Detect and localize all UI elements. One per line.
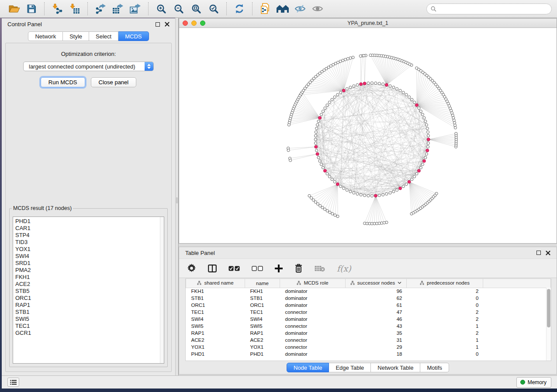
node-table-body: FKH1FKH1dominator962STB1STB1dominator620… [186,288,551,358]
export-network-button[interactable] [92,1,109,16]
split-divider[interactable] [175,18,179,375]
table-row[interactable]: SWI5SWI5connector431 [186,323,551,330]
gear-icon [187,264,196,273]
table-tab-motifs[interactable]: Motifs [420,363,449,372]
table-row[interactable]: FKH1FKH1dominator962 [186,288,551,295]
deselect-all-button[interactable] [252,262,263,275]
float-panel-icon[interactable] [156,22,160,27]
search-icon [431,6,436,12]
table-row[interactable]: TEC1TEC1connector472 [186,309,551,316]
column-header-predecessor-nodes[interactable]: predecessor nodes [407,279,483,288]
close-panel-icon[interactable] [546,251,550,255]
mcds-result-item[interactable]: RAP1 [15,302,164,309]
mcds-result-item[interactable]: SRD1 [15,260,164,267]
mcds-result-item[interactable]: ACE2 [15,281,164,288]
mcds-result-item[interactable]: SWI5 [15,316,164,323]
float-panel-icon[interactable] [536,251,541,255]
zoom-in-button[interactable] [152,1,170,16]
table-row[interactable]: ACE2ACE2connector311 [186,337,551,344]
table-cell: TEC1 [186,309,245,316]
table-tab-edge-table[interactable]: Edge Table [329,363,371,372]
run-mcds-button[interactable]: Run MCDS [41,77,85,87]
task-history-button[interactable] [7,378,19,387]
search-input[interactable] [439,6,547,12]
mcds-result-item[interactable]: PHD1 [15,218,164,225]
table-tab-node-table[interactable]: Node Table [287,363,329,372]
table-row[interactable]: STB1STB1dominator620 [186,295,551,302]
split-divider-grip[interactable] [176,197,178,203]
trash-icon [294,264,303,273]
network-graph[interactable] [179,28,557,243]
table-scrollbar[interactable] [546,288,551,361]
column-type-icon [297,281,301,285]
control-tab-network[interactable]: Network [28,31,63,41]
delete-table-button[interactable] [315,262,325,275]
binoculars-icon [276,4,289,13]
clone-network-button[interactable] [256,1,274,16]
table-row[interactable]: PHD1PHD1dominator180 [186,351,551,358]
control-tab-select[interactable]: Select [89,31,118,41]
table-row[interactable]: SWI4SWI4dominator462 [186,316,551,323]
search-box[interactable] [426,3,552,14]
table-settings-button[interactable] [187,262,196,275]
table-scrollbar-thumb[interactable] [547,289,550,327]
mcds-result-item[interactable]: YOX1 [15,246,164,253]
mcds-result-item[interactable]: GCR1 [15,330,164,337]
select-all-button[interactable] [228,262,240,275]
table-cell: 18 [346,351,407,358]
mcds-result-list[interactable]: PHD1CAR1STP4TID3YOX1SWI4SRD1PMA2FKH1ACE2… [13,217,164,364]
mcds-result-item[interactable]: STP4 [15,232,164,239]
export-table-button[interactable] [109,1,127,16]
mcds-result-item[interactable]: TEC1 [15,323,164,330]
mcds-result-item[interactable]: ORC1 [15,295,164,302]
network-canvas[interactable] [179,28,557,243]
save-session-button[interactable] [23,1,40,16]
memory-button[interactable]: Memory [516,377,551,388]
mcds-result-item[interactable]: SWI4 [15,253,164,260]
export-image-button[interactable] [127,1,144,16]
delete-row-button[interactable] [294,262,303,275]
hide-selected-button[interactable] [291,1,309,16]
table-cell: ORC1 [245,302,280,309]
node-table[interactable]: shared namenameMCDS rolesuccessor nodesp… [185,279,551,361]
show-all-button[interactable] [309,1,326,16]
optimization-criterion-select[interactable]: largest connected component (undirected) [23,62,154,71]
add-row-button[interactable] [275,262,283,275]
network-window-titlebar[interactable]: YPA_prune.txt_1 [179,19,557,28]
control-tab-style[interactable]: Style [63,31,89,41]
table-tab-network-table[interactable]: Network Table [371,363,420,372]
close-panel-button[interactable]: Close panel [91,77,137,87]
mcds-result-item[interactable]: TID3 [15,239,164,246]
mcds-result-item[interactable]: STB1 [15,309,164,316]
zoom-out-button[interactable] [170,1,187,16]
import-table-button[interactable] [66,1,83,16]
column-header-shared-name[interactable]: shared name [186,279,245,288]
refresh-button[interactable] [231,1,248,16]
import-network-button[interactable] [48,1,66,16]
table-row[interactable]: ORC1ORC1dominator610 [186,302,551,309]
close-panel-icon[interactable] [165,22,170,27]
zoom-fit-button[interactable] [187,1,205,16]
mcds-list-scrollbar[interactable] [160,217,164,363]
mcds-result-item[interactable]: FKH1 [15,274,164,281]
right-column: YPA_prune.txt_1 Table Panel [179,18,557,375]
control-tab-mcds[interactable]: MCDS [118,31,149,41]
open-file-button[interactable] [5,1,23,16]
function-builder-button[interactable]: f(x) [337,262,351,275]
mcds-result-item[interactable]: CAR1 [15,225,164,232]
copy-network-icon [260,3,270,14]
table-row[interactable]: RAP1RAP1dominator352 [186,330,551,337]
table-row[interactable]: YOX1YOX1connector291 [186,344,551,351]
column-header-mcds-role[interactable]: MCDS role [280,279,346,288]
node-table-header[interactable]: shared namenameMCDS rolesuccessor nodesp… [186,279,551,288]
first-neighbors-button[interactable] [274,1,291,16]
mcds-result-item[interactable]: PMA2 [15,267,164,274]
show-columns-button[interactable] [208,262,217,275]
column-header-successor-nodes[interactable]: successor nodes [346,279,407,288]
column-header-name[interactable]: name [245,279,280,288]
mcds-result-item[interactable]: STB5 [15,288,164,295]
table-cell: STB1 [186,295,245,302]
optimization-criterion-value: largest connected component (undirected) [29,63,135,70]
zoom-selected-button[interactable] [205,1,222,16]
import-network-icon [52,3,62,14]
